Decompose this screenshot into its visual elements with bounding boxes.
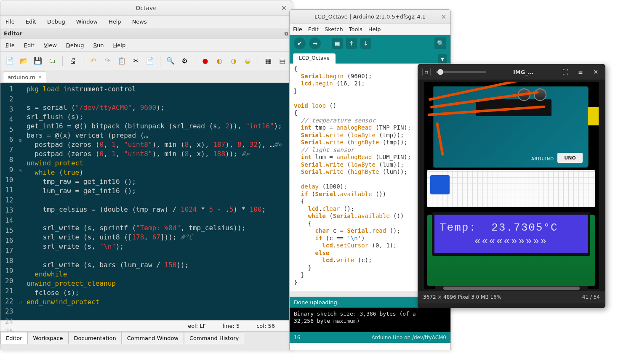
breadboard [427,170,595,207]
dock-tab-commandwindow[interactable]: Command Window [122,332,184,344]
breakpoint-icon[interactable]: ● [200,56,210,66]
menu-help[interactable]: Help [109,19,121,25]
cut-icon[interactable]: ✂ [131,56,141,66]
octave-titlebar[interactable]: Octave × [0,0,292,16]
octave-menubar: File Edit Debug Window Help News [0,16,292,28]
hamburger-icon[interactable]: ≡ [575,67,586,77]
arduino-titlebar[interactable]: LCD_Octave | Arduino 2:1.0.5+dfsg2-4.1 × [290,10,450,24]
editor-menubar: File Edit View Debug Run Help [0,39,292,52]
code-content[interactable]: pkg load instrument-control s = serial (… [25,83,292,320]
lcd-line2: «««««»»»»» [440,236,583,247]
dock-tab-workspace[interactable]: Workspace [27,332,68,344]
arduino-board: UNO ARDUINO [433,86,589,168]
arduino-photo: UNO ARDUINO Temp: 23.7305°C «««««»»»»» [424,82,599,289]
sketch-tab[interactable]: LCD_Octave [293,53,336,64]
octave-window: Octave × File Edit Debug Window Help New… [0,0,292,350]
save-icon[interactable]: 💾 [33,56,43,66]
image-dimensions: 3672 × 4896 Pixel 3,0 MB 16% [423,294,501,300]
dock-tab-documentation[interactable]: Documentation [69,332,122,344]
editor-menu-help[interactable]: Help [113,42,126,48]
status-eol: eol: LF [188,323,206,329]
open-sketch-icon[interactable]: ↑ [346,38,357,49]
menu-help[interactable]: Help [368,26,381,32]
step-icon[interactable]: ◐ [214,56,224,66]
image-title: IMG_… [491,69,555,75]
arduino-tabbar: LCD_Octave ▼ [290,52,450,64]
footer-line: 16 [294,335,300,340]
verify-icon[interactable]: ✔ [294,37,306,49]
close-tab-icon[interactable]: ✕ [38,74,42,80]
arduino-brand-label: ARDUINO [531,157,554,161]
uno-label: UNO [557,153,583,163]
status-col: col: 56 [256,323,275,329]
menu-file[interactable]: File [5,19,15,25]
code-editor[interactable]: 1 2 3 4 5 6 ⊟ 7 8 9 ⊟ 10 11 12 13 14 15 … [0,83,292,320]
menu-file[interactable]: File [293,26,302,32]
editor-menu-file[interactable]: File [5,42,15,48]
new-file-icon[interactable]: 📄 [5,56,15,66]
image-viewer-titlebar[interactable]: ▫ IMG_… ⛶ ≡ ✕ [418,64,605,80]
footer-board: Arduino Uno on /dev/ttyACM0 [371,335,446,340]
status-line: line: 5 [223,323,240,329]
find-icon[interactable]: 🔍 [165,56,176,66]
editor-menu-run[interactable]: Run [93,42,104,48]
menu-sketch[interactable]: Sketch [325,26,343,32]
zoom-slider[interactable] [436,71,486,73]
image-viewer-statusbar: 3672 × 4896 Pixel 3,0 MB 16% 41 / 54 [418,291,605,303]
sidebar-toggle-icon[interactable]: ▫ [422,68,431,76]
tab-label: arduino.m [8,74,35,80]
editor-header-label: Editor [4,30,22,37]
menu-window[interactable]: Window [76,19,98,25]
arduino-menubar: File Edit Sketch Tools Help [290,24,450,35]
arduino-console: Binary sketch size: 3,386 bytes (of a 32… [290,308,450,332]
saveall-icon[interactable]: 🗂 [47,56,57,66]
runsel-icon[interactable]: ▤ [277,56,288,66]
serial-monitor-icon[interactable]: 🔍 [434,37,446,49]
close-icon[interactable]: × [441,13,446,21]
image-viewer-window: ▫ IMG_… ⛶ ≡ ✕ UNO ARDUINO Temp: 23.7305 [418,64,605,308]
arduino-toolbar: ✔ → ▦ ↑ ↓ 🔍 [290,35,450,52]
paste-icon[interactable]: 📄 [145,56,155,66]
usb-connector [588,107,599,125]
sensor-module [430,175,450,194]
undo-icon[interactable]: ↶ [88,56,99,66]
editor-menu-edit[interactable]: Edit [24,42,35,48]
tab-dropdown-icon[interactable]: ▼ [438,54,447,64]
image-counter: 41 / 54 [582,294,600,300]
dock-tab-commandhistory[interactable]: Command History [184,332,244,344]
editor-menu-view[interactable]: View [44,42,57,48]
save-sketch-icon[interactable]: ↓ [360,38,371,49]
close-icon[interactable]: × [281,4,287,12]
octave-title: Octave [136,5,157,11]
menu-edit[interactable]: Edit [308,26,319,32]
arduino-footer: 16 Arduino Uno on /dev/ttyACM0 [290,332,450,343]
arduino-title: LCD_Octave | Arduino 2:1.0.5+dfsg2-4.1 [314,13,426,20]
editor-statusbar: eol: LF line: 5 col: 56 [0,320,292,331]
menu-edit[interactable]: Edit [26,19,36,25]
stepout-icon[interactable]: ◒ [243,56,253,66]
upload-icon[interactable]: → [309,37,321,49]
print-icon[interactable]: 🖨 [68,56,78,66]
status-text: Done uploading. [294,299,339,306]
menu-tools[interactable]: Tools [349,26,362,32]
line-gutter: 1 2 3 4 5 6 ⊟ 7 8 9 ⊟ 10 11 12 13 14 15 … [0,83,25,320]
run-icon[interactable]: ▦ [263,56,273,66]
image-scrollbar[interactable] [435,286,588,291]
editor-panel-header: Editor ⧉ [0,28,292,39]
image-viewport[interactable]: UNO ARDUINO Temp: 23.7305°C «««««»»»»» [418,80,605,291]
undock-icon[interactable]: ⧉ [285,31,288,37]
stepin-icon[interactable]: ◑ [229,56,239,66]
bottom-dock-tabs: Editor Workspace Documentation Command W… [0,331,292,345]
redo-icon[interactable]: ↷ [102,56,112,66]
editor-tab-arduino[interactable]: arduino.m ✕ [3,72,46,82]
close-icon[interactable]: ✕ [591,67,601,77]
fullscreen-icon[interactable]: ⛶ [560,67,570,77]
open-file-icon[interactable]: 📂 [19,56,29,66]
menu-news[interactable]: News [132,19,147,25]
copy-icon[interactable]: 📋 [117,56,127,66]
dock-tab-editor[interactable]: Editor [0,332,27,344]
editor-menu-debug[interactable]: Debug [66,42,84,48]
new-sketch-icon[interactable]: ▦ [332,38,343,49]
menu-debug[interactable]: Debug [47,19,65,25]
settings-icon[interactable]: ⚙ [180,56,190,66]
